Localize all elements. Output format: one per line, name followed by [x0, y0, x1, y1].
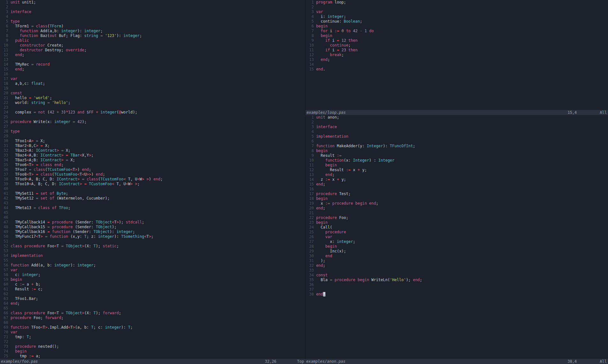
code-line[interactable]: 27 x: integer;: [306, 239, 608, 244]
code-line[interactable]: 11 destructor Destroy; override;: [0, 48, 305, 53]
code-line[interactable]: 5 continue: Boolean;: [306, 19, 608, 24]
code-line[interactable]: 5type: [0, 19, 305, 24]
code-line[interactable]: 16: [306, 187, 608, 192]
code-line[interactable]: 2: [306, 5, 608, 10]
code-line[interactable]: 46: [0, 215, 305, 220]
code-line[interactable]: 10 continue;: [306, 43, 608, 48]
code-line[interactable]: 17procedure Test;: [306, 192, 608, 196]
code-line[interactable]: 33: [306, 268, 608, 273]
code-line[interactable]: 63 TFoo1.Bar;: [0, 296, 305, 301]
code-line[interactable]: 20const: [0, 91, 305, 96]
code-line[interactable]: [306, 86, 608, 91]
code-line[interactable]: 49 TMyCallback16 = function (Sender: TOb…: [0, 229, 305, 234]
code-line[interactable]: 7function MakeAdder(y: Integer): TFuncOf…: [306, 144, 608, 149]
code-line[interactable]: 14 z := x + y;: [306, 177, 608, 182]
code-line[interactable]: 28 begin: [306, 244, 608, 249]
code-line[interactable]: 22procedure Foo;: [306, 215, 608, 220]
code-line[interactable]: [306, 81, 608, 86]
code-line[interactable]: 30 end: [306, 254, 608, 258]
code-line[interactable]: [306, 91, 608, 96]
code-line[interactable]: 6begin: [306, 24, 608, 29]
statusline-loop[interactable]: examples/loop.pas 15,4 All: [306, 110, 608, 115]
code-line[interactable]: 47 TMyCallback14 = procedure (Sender: TO…: [0, 220, 305, 225]
code-line[interactable]: [306, 340, 608, 345]
code-line[interactable]: 35 TFoo6<T> = class end;: [0, 163, 305, 167]
code-line[interactable]: 13: [0, 57, 305, 62]
code-line[interactable]: 74 begin: [0, 349, 305, 354]
code-line[interactable]: 24 complex = not (42 + 3)*123 and $FF + …: [0, 110, 305, 115]
code-line[interactable]: [306, 302, 608, 306]
code-line[interactable]: 50 TMyFunc17<T> = function (x,y: T; z: i…: [0, 234, 305, 239]
code-line[interactable]: 30 TFoo1<A> = X;: [0, 139, 305, 143]
code-line[interactable]: 32 TBaz3<A: IContract> = X;: [0, 148, 305, 153]
code-line[interactable]: 56function Add(a, b: integer): integer;: [0, 263, 305, 268]
code-line[interactable]: 35 Bla = procedure begin WriteLn('Hello'…: [306, 278, 608, 282]
code-line[interactable]: 62: [0, 292, 305, 296]
code-line[interactable]: 21: [306, 211, 608, 215]
code-line[interactable]: 18 a,b,c: float;: [0, 81, 305, 86]
code-line[interactable]: 64end;: [0, 301, 305, 306]
code-line[interactable]: 3var: [306, 10, 608, 14]
code-line[interactable]: 33 TBaz4<A,B: IContract> = TBar<X,Y>;: [0, 153, 305, 158]
code-line[interactable]: 4 i: integer;: [306, 14, 608, 19]
code-line[interactable]: 51: [0, 239, 305, 244]
statusline-foo[interactable]: examples/foo.pas 32,26 Top: [0, 359, 305, 364]
code-line[interactable]: 73 procedure nested();: [0, 344, 305, 349]
code-line[interactable]: [306, 325, 608, 330]
code-line[interactable]: 45: [0, 210, 305, 215]
code-line[interactable]: 12 break;: [306, 53, 608, 57]
code-line[interactable]: 15end;: [306, 182, 608, 187]
code-line[interactable]: 42 TMySet12 = set of (Watermelon, Cucumb…: [0, 196, 305, 201]
code-line[interactable]: 66class procedure Foo<T = TObject>(X: T)…: [0, 311, 305, 316]
code-line[interactable]: 10 function(x: Integer) : Integer: [306, 158, 608, 163]
code-line[interactable]: 7 for i := 0 to 42 - 1 do: [306, 29, 608, 33]
code-line[interactable]: 15end.: [306, 67, 608, 72]
code-line[interactable]: 12 end;: [0, 53, 305, 57]
code-line[interactable]: 9 Result :=: [306, 153, 608, 158]
code-line[interactable]: 13 end;: [306, 172, 608, 177]
code-line[interactable]: 38end.: [306, 292, 608, 297]
code-line[interactable]: 9 public: [0, 38, 305, 43]
code-line[interactable]: 11 begin: [306, 163, 608, 168]
code-line[interactable]: 1unit unit1;: [0, 0, 305, 5]
editor-pane-loop[interactable]: 1program loop;23var4 i: integer;5 contin…: [306, 0, 608, 110]
code-line[interactable]: 23: [0, 105, 305, 110]
code-line[interactable]: 38 TFoo9<A, B; C, D: IContract> = class(…: [0, 177, 305, 182]
code-line[interactable]: [306, 335, 608, 340]
code-line[interactable]: 12 Result := x + y;: [306, 168, 608, 172]
code-line[interactable]: 59begin: [0, 277, 305, 282]
code-line[interactable]: 25: [0, 115, 305, 120]
code-line[interactable]: [306, 321, 608, 325]
code-line[interactable]: 57var: [0, 268, 305, 273]
code-line[interactable]: 26 var: [306, 235, 608, 239]
code-line[interactable]: 28type: [0, 129, 305, 134]
code-line[interactable]: [306, 311, 608, 316]
code-line[interactable]: 39 TFoo10<A, B; C, D: IContract> = TCust…: [0, 182, 305, 186]
code-line[interactable]: 4: [306, 129, 608, 134]
code-line[interactable]: [306, 297, 608, 302]
code-line[interactable]: 65: [0, 306, 305, 311]
code-line[interactable]: 71 tmp: T;: [0, 335, 305, 339]
code-line[interactable]: 7 function Add(a,b: integer): integer;: [0, 29, 305, 33]
code-line[interactable]: 16: [0, 72, 305, 76]
code-line[interactable]: 27: [0, 124, 305, 129]
code-line[interactable]: 6: [306, 139, 608, 144]
code-line[interactable]: 19 x := procedure begin end;: [306, 201, 608, 206]
code-line[interactable]: 54implementation: [0, 253, 305, 258]
code-line[interactable]: 58 c: integer;: [0, 273, 305, 277]
code-line[interactable]: 8begin: [306, 149, 608, 153]
code-line[interactable]: 53: [0, 249, 305, 253]
code-line[interactable]: 68: [0, 320, 305, 325]
code-line[interactable]: 20end;: [306, 206, 608, 211]
code-line[interactable]: 75 tmp := a;: [0, 354, 305, 359]
code-line[interactable]: 15 end;: [0, 67, 305, 72]
code-line[interactable]: 55: [0, 258, 305, 263]
code-line[interactable]: 10 constructor Create;: [0, 43, 305, 48]
code-line[interactable]: 24 Call(: [306, 225, 608, 230]
code-line[interactable]: 69function TFoo<T>.Impl.Add<T>(a, b: T; …: [0, 325, 305, 330]
code-line[interactable]: 19: [0, 86, 305, 91]
code-line[interactable]: [306, 349, 608, 354]
code-line[interactable]: 14 TMyRec = record: [0, 62, 305, 67]
code-line[interactable]: 5implementation: [306, 134, 608, 139]
code-line[interactable]: 13 end;: [306, 57, 608, 62]
